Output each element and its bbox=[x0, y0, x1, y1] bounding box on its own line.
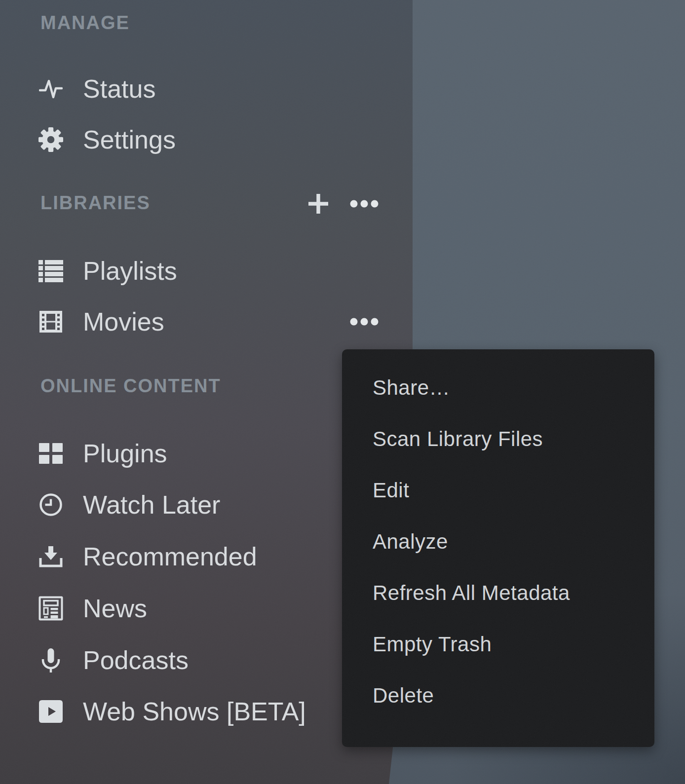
sidebar-item-label: Settings bbox=[83, 125, 176, 154]
context-menu: Share… Scan Library Files Edit Analyze R… bbox=[342, 349, 654, 747]
menu-item-delete[interactable]: Delete bbox=[342, 670, 654, 721]
menu-item-analyze[interactable]: Analyze bbox=[342, 516, 654, 567]
sidebar-item-settings[interactable]: Settings bbox=[38, 125, 176, 154]
sidebar-item-label: Playlists bbox=[83, 256, 177, 286]
play-square-icon bbox=[38, 699, 63, 724]
sidebar-item-label: Status bbox=[83, 74, 155, 104]
sidebar-item-label: Movies bbox=[83, 307, 164, 336]
section-header-libraries: LIBRARIES bbox=[40, 192, 151, 214]
sidebar-item-podcasts[interactable]: Podcasts bbox=[38, 645, 189, 675]
sidebar-item-label: Podcasts bbox=[83, 645, 189, 675]
download-icon bbox=[38, 544, 63, 569]
libraries-more-button[interactable] bbox=[347, 197, 381, 211]
add-library-button[interactable] bbox=[304, 189, 333, 218]
sidebar-item-label: News bbox=[83, 594, 147, 623]
sidebar-item-news[interactable]: News bbox=[38, 594, 147, 623]
film-icon bbox=[38, 309, 63, 335]
sidebar-item-watch-later[interactable]: Watch Later bbox=[38, 490, 220, 520]
section-header-online-content: ONLINE CONTENT bbox=[40, 375, 221, 397]
sidebar-item-label: Watch Later bbox=[83, 490, 220, 520]
sidebar-item-plugins[interactable]: Plugins bbox=[38, 439, 167, 468]
activity-icon bbox=[38, 76, 63, 102]
microphone-icon bbox=[38, 647, 63, 673]
sidebar-item-label: Recommended bbox=[83, 542, 257, 571]
sidebar-item-label: Web Shows [BETA] bbox=[83, 697, 306, 726]
sidebar-item-status[interactable]: Status bbox=[38, 74, 155, 104]
grid-icon bbox=[38, 441, 63, 466]
gear-icon bbox=[38, 127, 63, 152]
plus-icon bbox=[307, 192, 330, 215]
menu-item-refresh-all-metadata[interactable]: Refresh All Metadata bbox=[342, 567, 654, 619]
clock-icon bbox=[38, 492, 63, 518]
ellipsis-icon bbox=[350, 318, 379, 326]
menu-item-share[interactable]: Share… bbox=[342, 362, 654, 413]
section-header-manage: MANAGE bbox=[40, 12, 130, 34]
sidebar-item-web-shows[interactable]: Web Shows [BETA] bbox=[38, 697, 306, 726]
menu-item-empty-trash[interactable]: Empty Trash bbox=[342, 619, 654, 670]
plex-sidebar-screen: MANAGE Status bbox=[0, 0, 685, 784]
menu-item-edit[interactable]: Edit bbox=[342, 465, 654, 516]
playlist-icon bbox=[38, 258, 63, 284]
movies-more-button[interactable] bbox=[347, 315, 381, 329]
sidebar-item-label: Plugins bbox=[83, 439, 167, 468]
sidebar-item-movies[interactable]: Movies bbox=[38, 307, 164, 336]
menu-item-scan-library-files[interactable]: Scan Library Files bbox=[342, 413, 654, 465]
sidebar-item-recommended[interactable]: Recommended bbox=[38, 542, 257, 571]
sidebar-item-playlists[interactable]: Playlists bbox=[38, 256, 177, 286]
ellipsis-icon bbox=[350, 200, 379, 208]
newspaper-icon bbox=[38, 596, 63, 621]
